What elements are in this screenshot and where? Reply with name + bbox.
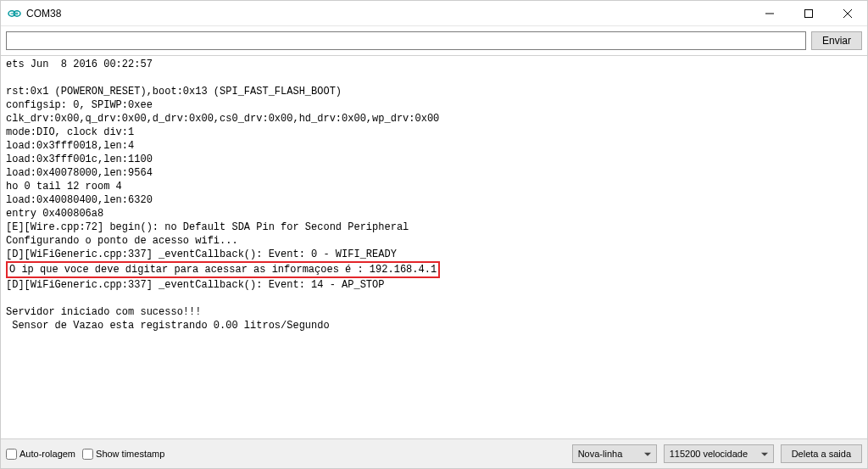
output-content: ets Jun 8 2016 00:22:57 rst:0x1 (POWERON… [6,58,862,332]
autoscroll-checkbox[interactable] [6,449,17,460]
minimize-button[interactable] [750,1,789,25]
autoscroll-checkbox-wrap[interactable]: Auto-rolagem [6,449,75,460]
arduino-icon [8,7,21,20]
send-button[interactable]: Enviar [811,31,862,50]
titlebar: COM38 [1,1,867,26]
clear-button[interactable]: Deleta a saida [781,444,862,463]
serial-input[interactable] [6,31,806,50]
maximize-button[interactable] [789,1,828,25]
close-button[interactable] [828,1,867,25]
output-area[interactable]: ets Jun 8 2016 00:22:57 rst:0x1 (POWERON… [1,55,867,438]
window-title: COM38 [26,8,750,20]
svg-rect-6 [805,9,813,17]
timestamp-checkbox-wrap[interactable]: Show timestamp [82,449,164,460]
highlighted-ip-line: O ip que voce deve digitar para acessar … [6,261,440,278]
window-controls [750,1,867,25]
timestamp-label: Show timestamp [96,449,164,459]
timestamp-checkbox[interactable] [82,449,93,460]
input-row: Enviar [1,26,867,55]
bottom-bar: Auto-rolagem Show timestamp Nova-linha 1… [1,438,867,468]
baud-selected: 115200 velocidade [670,449,748,459]
line-ending-selected: Nova-linha [578,449,623,459]
line-ending-dropdown[interactable]: Nova-linha [572,444,657,463]
autoscroll-label: Auto-rolagem [19,449,75,459]
baud-dropdown[interactable]: 115200 velocidade [664,444,774,463]
